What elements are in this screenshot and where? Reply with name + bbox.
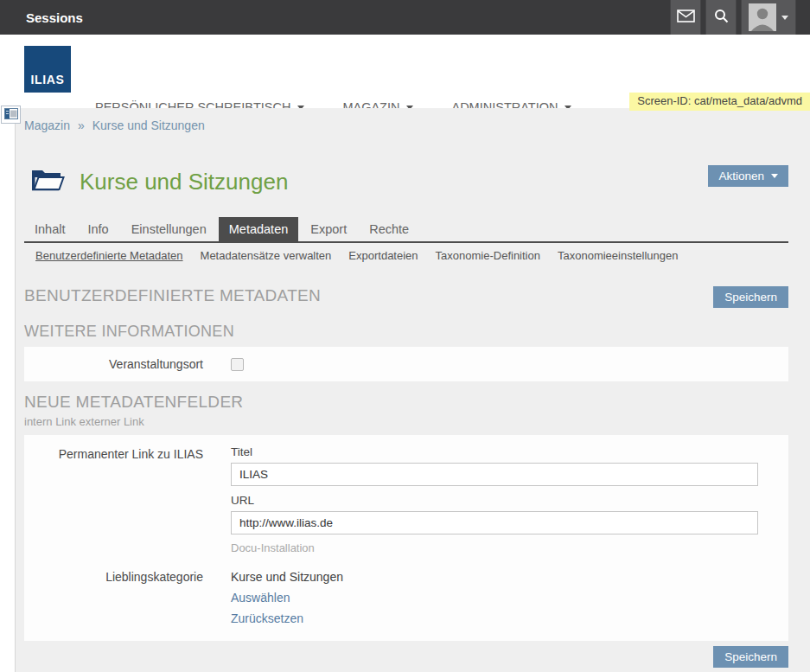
tab-inhalt[interactable]: Inhalt: [24, 217, 75, 241]
user-avatar: [749, 3, 776, 31]
topbar-actions: [666, 0, 796, 35]
section-subtitle-link-types: intern Link externer Link: [24, 415, 788, 428]
tab-info[interactable]: Info: [77, 217, 118, 241]
chevron-down-icon: [781, 16, 788, 20]
user-menu-button[interactable]: [741, 0, 796, 35]
tree-view-toggle-button[interactable]: [1, 106, 21, 124]
open-folder-icon: [30, 167, 65, 196]
titel-input[interactable]: [231, 463, 758, 486]
mail-icon: [677, 10, 695, 26]
field-label-veranstaltungsort: Veranstaltungsort: [24, 357, 203, 371]
tab-rechte[interactable]: Rechte: [359, 217, 419, 241]
main-content: Magazin»Kurse und Sitzungen Kurse und Si…: [16, 108, 810, 672]
chevron-down-icon: [771, 174, 778, 178]
subtab-taxonomieeinstellungen[interactable]: Taxonomieeinstellungen: [558, 249, 678, 262]
auswaehlen-link[interactable]: Auswählen: [231, 591, 343, 605]
subtab-benutzerdefinierte-metadaten[interactable]: Benutzerdefinierte Metadaten: [35, 249, 183, 262]
tab-bar: Inhalt Info Einstellungen Metadaten Expo…: [24, 217, 788, 243]
field-control: Kurse und Sitzungen Auswählen Zurücksetz…: [203, 568, 343, 625]
zuruecksetzen-link[interactable]: Zurücksetzen: [231, 611, 343, 625]
mail-button[interactable]: [670, 0, 701, 35]
form-row-permanenter-link: Permanenter Link zu ILIAS Titel URL Docu…: [24, 445, 788, 554]
veranstaltungsort-checkbox[interactable]: [231, 358, 244, 371]
form-row-veranstaltungsort: Veranstaltungsort: [24, 347, 788, 381]
section-title-benutzerdefinierte-metadaten: BENUTZERDEFINIERTE METADATEN: [24, 286, 321, 305]
input-label-titel: Titel: [231, 445, 758, 458]
tab-metadaten[interactable]: Metadaten: [219, 217, 299, 241]
lieblingskategorie-value: Kurse und Sitzungen: [231, 568, 343, 584]
search-button[interactable]: [705, 0, 737, 35]
subtab-taxonomie-definition[interactable]: Taxonomie-Definition: [436, 249, 540, 262]
input-label-url: URL: [231, 494, 758, 507]
section-title-weitere-informationen: WEITERE INFORMATIONEN: [24, 323, 788, 341]
ilias-logo[interactable]: ILIAS: [24, 46, 71, 93]
content-wrapper: Magazin»Kurse und Sitzungen Kurse und Si…: [0, 108, 810, 672]
url-input[interactable]: [231, 511, 758, 534]
page-title: Kurse und Sitzungen: [80, 169, 288, 195]
bottom-save-row: Speichern: [24, 646, 788, 668]
page-title-row: Kurse und Sitzungen Aktionen: [24, 167, 788, 196]
metadata-form: Permanenter Link zu ILIAS Titel URL Docu…: [24, 435, 788, 641]
left-tree-column: [0, 108, 16, 672]
save-button-bottom[interactable]: Speichern: [713, 646, 788, 668]
form-row-lieblingskategorie: Lieblingskategorie Kurse und Sitzungen A…: [24, 568, 788, 625]
breadcrumb-link-kurse-und-sitzungen[interactable]: Kurse und Sitzungen: [92, 118, 205, 132]
tab-export[interactable]: Export: [300, 217, 357, 241]
actions-dropdown-button[interactable]: Aktionen: [708, 165, 788, 187]
save-button-top[interactable]: Speichern: [713, 286, 788, 308]
field-control: [203, 358, 244, 371]
top-bar: Sessions: [0, 0, 810, 35]
screen-id-badge: Screen-ID: cat/meta_data/advmd: [629, 93, 810, 111]
field-control: Titel URL Docu-Installation: [203, 445, 758, 554]
subtab-exportdateien[interactable]: Exportdateien: [348, 249, 418, 262]
field-label-lieblingskategorie: Lieblingskategorie: [24, 568, 203, 584]
field-label-permanenter-link: Permanenter Link zu ILIAS: [24, 445, 203, 461]
section-title-neue-metadatenfelder: NEUE METADATENFELDER: [24, 393, 788, 412]
breadcrumb: Magazin»Kurse und Sitzungen: [24, 108, 788, 132]
section-header-row: BENUTZERDEFINIERTE METADATEN Speichern: [24, 286, 788, 308]
window-title: Sessions: [26, 10, 83, 25]
actions-label: Aktionen: [718, 170, 764, 182]
subtab-bar: Benutzerdefinierte Metadaten Metadatensä…: [24, 249, 788, 262]
tab-einstellungen[interactable]: Einstellungen: [121, 217, 217, 241]
breadcrumb-separator: »: [78, 118, 85, 132]
subtab-metadatensaetze-verwalten[interactable]: Metadatensätze verwalten: [201, 249, 332, 262]
search-icon: [714, 9, 729, 27]
input-hint-docu-installation: Docu-Installation: [231, 541, 758, 554]
breadcrumb-link-magazin[interactable]: Magazin: [24, 118, 70, 132]
side-panel-icon: [4, 107, 18, 123]
